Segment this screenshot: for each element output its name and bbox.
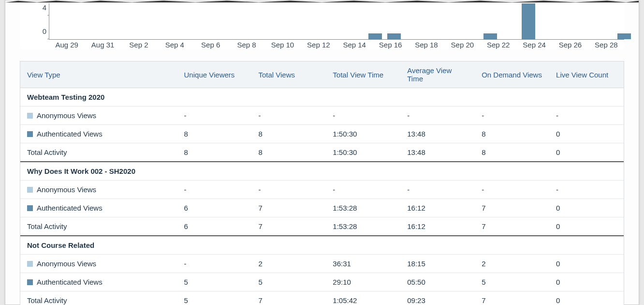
activity-table: View TypeUnique ViewersTotal ViewsTotal … bbox=[20, 61, 624, 305]
report-panel: 04 Aug 29Aug 31Sep 2Sep 4Sep 6Sep 8Sep 1… bbox=[5, 0, 639, 305]
cell: 09:23 bbox=[400, 291, 475, 305]
row-label: Anonymous Views bbox=[20, 107, 177, 125]
chart-xlabel: Sep 2 bbox=[121, 40, 157, 49]
table-row-auth: Authenticated Views881:50:3013:4880 bbox=[20, 125, 624, 143]
cell: 5 bbox=[177, 273, 252, 291]
row-label-text: Total Activity bbox=[27, 148, 67, 156]
chart-bar bbox=[617, 33, 631, 39]
cell: 5 bbox=[475, 273, 549, 291]
table-row-anon: Anonymous Views-236:3118:1520 bbox=[20, 255, 624, 273]
cell: 8 bbox=[177, 125, 252, 143]
cell: 8 bbox=[251, 143, 326, 162]
col-header[interactable]: Total Views bbox=[251, 61, 326, 88]
cell: 29:10 bbox=[326, 273, 400, 291]
cell: 0 bbox=[549, 125, 624, 143]
auth-swatch-icon bbox=[27, 205, 33, 211]
cell: 2 bbox=[475, 255, 549, 273]
chart-xlabel: Sep 22 bbox=[481, 40, 516, 49]
cell: 2 bbox=[251, 255, 326, 273]
table-row-total: Total Activity881:50:3013:4880 bbox=[20, 143, 624, 162]
cell: 16:12 bbox=[400, 217, 475, 236]
row-label-text: Anonymous Views bbox=[37, 259, 96, 268]
cell: - bbox=[549, 181, 624, 199]
col-header[interactable]: Average View Time bbox=[400, 61, 475, 88]
cell: - bbox=[251, 181, 326, 199]
table-row-total: Total Activity671:53:2816:1270 bbox=[20, 217, 624, 236]
cell: - bbox=[549, 107, 624, 125]
section-title: Webteam Testing 2020 bbox=[20, 88, 624, 107]
chart-xlabel: Sep 4 bbox=[157, 40, 192, 49]
row-label: Anonymous Views bbox=[20, 181, 177, 199]
chart-ytick: 0 bbox=[43, 27, 49, 35]
row-label-text: Authenticated Views bbox=[37, 204, 102, 212]
anon-swatch-icon bbox=[27, 113, 33, 119]
cell: 1:50:30 bbox=[326, 143, 400, 162]
cell: 18:15 bbox=[400, 255, 475, 273]
row-label: Anonymous Views bbox=[20, 255, 177, 273]
cell: - bbox=[475, 181, 549, 199]
row-label-text: Anonymous Views bbox=[37, 185, 96, 194]
cell: - bbox=[400, 181, 475, 199]
col-header[interactable]: Unique Viewers bbox=[177, 61, 252, 88]
cell: 1:53:28 bbox=[326, 199, 400, 217]
row-label: Authenticated Views bbox=[20, 199, 177, 217]
cell: 7 bbox=[251, 291, 326, 305]
section-header: Why Does It Work 002 - SH2020 bbox=[20, 162, 624, 181]
cell: 6 bbox=[177, 199, 252, 217]
auth-swatch-icon bbox=[27, 131, 33, 137]
cell: - bbox=[177, 181, 252, 199]
cell: - bbox=[326, 181, 400, 199]
cell: 0 bbox=[549, 217, 624, 236]
cell: 36:31 bbox=[326, 255, 400, 273]
cell: 1:05:42 bbox=[326, 291, 400, 305]
chart-ytick: 4 bbox=[43, 3, 49, 11]
chart-xlabel: Aug 31 bbox=[85, 40, 120, 49]
cell: 0 bbox=[549, 291, 624, 305]
cell: 6 bbox=[177, 217, 252, 236]
cell: - bbox=[475, 107, 549, 125]
chart-xlabel: Sep 16 bbox=[372, 40, 408, 49]
cell: 7 bbox=[475, 217, 549, 236]
cell: - bbox=[400, 107, 475, 125]
cell: 1:50:30 bbox=[326, 125, 400, 143]
col-header[interactable]: Total View Time bbox=[326, 61, 400, 88]
chart-xlabel: Aug 29 bbox=[49, 40, 85, 49]
row-label-text: Total Activity bbox=[27, 296, 67, 305]
chart-bar bbox=[368, 33, 382, 39]
chart-bar bbox=[387, 33, 401, 39]
table-row-anon: Anonymous Views------ bbox=[20, 107, 624, 125]
section-title: Not Course Related bbox=[20, 236, 624, 255]
row-label-text: Anonymous Views bbox=[37, 111, 96, 120]
torn-edge bbox=[5, 0, 639, 2]
row-label-text: Authenticated Views bbox=[37, 130, 102, 138]
views-bar-chart: 04 Aug 29Aug 31Sep 2Sep 4Sep 6Sep 8Sep 1… bbox=[20, 3, 624, 49]
cell: 5 bbox=[177, 291, 252, 305]
cell: 7 bbox=[475, 199, 549, 217]
cell: 1:53:28 bbox=[326, 217, 400, 236]
cell: 16:12 bbox=[400, 199, 475, 217]
col-header[interactable]: On Demand Views bbox=[475, 61, 549, 88]
col-view-type[interactable]: View Type bbox=[20, 61, 177, 88]
anon-swatch-icon bbox=[27, 187, 33, 193]
cell: - bbox=[177, 107, 252, 125]
section-title: Why Does It Work 002 - SH2020 bbox=[20, 162, 624, 181]
cell: 7 bbox=[475, 291, 549, 305]
cell: 8 bbox=[177, 143, 252, 162]
cell: - bbox=[326, 107, 400, 125]
chart-bar bbox=[483, 33, 497, 39]
cell: 7 bbox=[251, 199, 326, 217]
section-header: Not Course Related bbox=[20, 236, 624, 255]
row-label: Total Activity bbox=[20, 143, 177, 162]
chart-bar bbox=[522, 3, 535, 39]
chart-xlabel: Sep 26 bbox=[552, 40, 588, 49]
row-label: Authenticated Views bbox=[20, 125, 177, 143]
table-row-auth: Authenticated Views5529:1005:5050 bbox=[20, 273, 624, 291]
section-header: Webteam Testing 2020 bbox=[20, 88, 624, 107]
table-row-total: Total Activity571:05:4209:2370 bbox=[20, 291, 624, 305]
col-header[interactable]: Live View Count bbox=[549, 61, 624, 88]
cell: 5 bbox=[251, 273, 326, 291]
chart-xlabel: Sep 6 bbox=[193, 40, 229, 49]
cell: 13:48 bbox=[400, 125, 475, 143]
table-row-anon: Anonymous Views------ bbox=[20, 181, 624, 199]
row-label: Authenticated Views bbox=[20, 273, 177, 291]
